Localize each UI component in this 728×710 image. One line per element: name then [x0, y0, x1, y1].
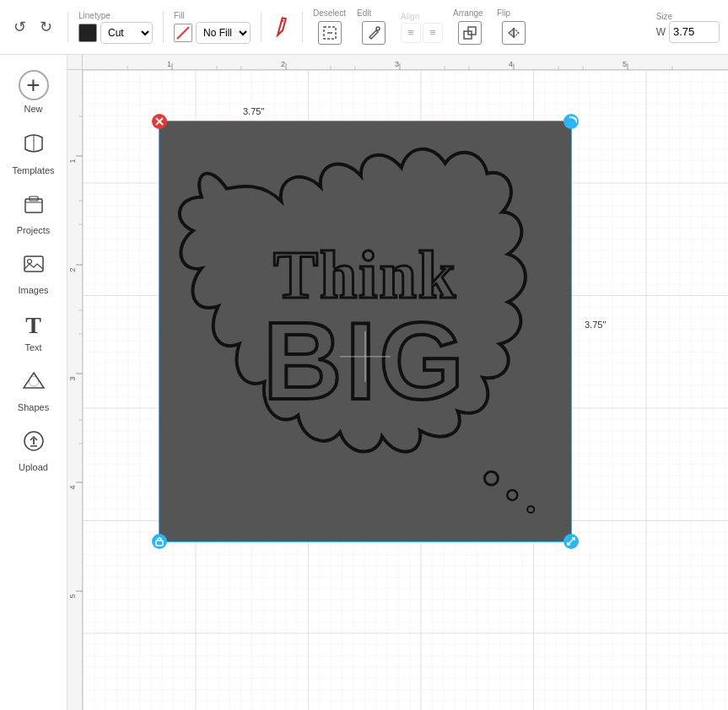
canvas-area[interactable]: 1 2 3 4 5	[67, 55, 728, 710]
main-area: + New Templates Projects	[0, 55, 728, 710]
sidebar-item-label-projects: Projects	[17, 225, 51, 235]
arrange-label: Arrange	[453, 8, 483, 18]
sidebar-item-label-upload: Upload	[19, 462, 48, 472]
svg-text:3: 3	[68, 376, 77, 380]
pen-icon-group	[272, 14, 292, 40]
grid-canvas[interactable]: 3.75" 3.75" Think BIG	[83, 70, 728, 710]
edit-label: Edit	[357, 8, 371, 18]
edit-icon	[362, 21, 386, 45]
sidebar-item-new[interactable]: + New	[3, 62, 64, 122]
sidebar-item-label-text: Text	[24, 342, 41, 352]
ruler-top-svg: 1 2 3 4 5	[83, 55, 728, 70]
projects-icon	[22, 192, 46, 222]
toolbar: ↺ ↻ Linetype Cut Draw Score Fill No Fill…	[0, 0, 728, 55]
align-group: Align ≡ ≡	[401, 12, 443, 43]
svg-rect-9	[24, 256, 43, 272]
deselect-label: Deselect	[313, 8, 346, 18]
svg-point-53	[507, 490, 517, 500]
fill-label: Fill	[174, 11, 185, 20]
arrange-button[interactable]	[453, 19, 487, 46]
flip-label: Flip	[497, 8, 510, 18]
handle-rotate[interactable]	[564, 114, 579, 129]
redo-button[interactable]: ↻	[35, 14, 57, 40]
arrange-icon	[458, 21, 482, 45]
sidebar-item-label-new: New	[24, 104, 42, 114]
flip-icon	[502, 21, 526, 45]
align-left-button[interactable]: ≡	[401, 23, 421, 43]
deselect-button[interactable]	[313, 19, 347, 46]
new-icon: +	[19, 70, 49, 100]
svg-point-54	[527, 506, 534, 513]
shapes-icon	[22, 369, 46, 399]
handle-close[interactable]	[152, 114, 167, 129]
ruler-corner	[67, 55, 83, 70]
sidebar-item-templates[interactable]: Templates	[3, 122, 64, 184]
flip-group: Flip	[497, 8, 531, 46]
linetype-select[interactable]: Cut Draw Score	[100, 22, 153, 44]
size-w-input[interactable]: 3.75	[669, 21, 720, 43]
svg-rect-61	[156, 541, 163, 546]
flip-button[interactable]	[497, 19, 531, 46]
handle-lock[interactable]	[152, 534, 167, 549]
svg-text:4: 4	[509, 60, 513, 68]
images-icon	[22, 252, 46, 282]
svg-text:3: 3	[395, 60, 399, 68]
sidebar-item-shapes[interactable]: Shapes	[3, 361, 64, 421]
sidebar-item-images[interactable]: Images	[3, 244, 64, 304]
svg-point-10	[27, 260, 31, 264]
separator-2	[163, 12, 164, 42]
upload-icon	[22, 429, 46, 459]
fill-group: Fill No Fill Fill	[174, 11, 251, 44]
ruler-left: 1 2 3 4 5	[67, 70, 83, 710]
align-buttons: ≡ ≡	[401, 23, 443, 43]
text-icon: T	[25, 312, 41, 339]
svg-text:5: 5	[623, 60, 627, 68]
sidebar-item-label-templates: Templates	[12, 165, 54, 175]
undo-button[interactable]: ↺	[8, 14, 31, 40]
separator-3	[261, 12, 262, 42]
separator-4	[302, 12, 303, 42]
svg-point-11	[29, 376, 39, 386]
svg-point-52	[484, 471, 498, 485]
svg-text:1: 1	[68, 159, 77, 163]
fill-row: No Fill Fill	[174, 22, 251, 44]
svg-line-0	[177, 27, 189, 39]
linetype-group: Linetype Cut Draw Score	[78, 11, 153, 44]
linetype-label: Linetype	[78, 11, 111, 20]
sidebar-item-upload[interactable]: Upload	[3, 421, 64, 481]
align-label: Align	[401, 12, 419, 21]
linetype-color-box[interactable]	[78, 24, 97, 42]
handle-scale[interactable]	[564, 534, 579, 549]
ruler-top: 1 2 3 4 5	[83, 55, 728, 70]
pen-icon	[267, 11, 297, 43]
design-artwork: Think BIG	[159, 121, 571, 541]
edit-group: Edit	[357, 8, 391, 46]
fill-color-box[interactable]	[174, 24, 192, 42]
svg-text:1: 1	[167, 60, 171, 68]
ruler-left-svg: 1 2 3 4 5	[67, 70, 83, 710]
templates-icon	[21, 131, 46, 162]
svg-text:5: 5	[68, 594, 77, 598]
size-w-label: W	[656, 26, 666, 38]
size-label: Size	[656, 12, 672, 21]
linetype-row: Cut Draw Score	[78, 22, 153, 44]
arrange-group: Arrange	[453, 8, 487, 46]
edit-button[interactable]	[357, 19, 391, 46]
fill-select[interactable]: No Fill Fill	[196, 22, 251, 44]
undo-redo-group: ↺ ↻	[8, 14, 57, 40]
sidebar-item-projects[interactable]: Projects	[3, 184, 64, 244]
sidebar-item-label-images: Images	[18, 285, 48, 295]
size-group: Size W 3.75	[656, 12, 720, 43]
design-container[interactable]: Think BIG	[159, 121, 572, 542]
sidebar-item-label-shapes: Shapes	[18, 402, 49, 412]
sidebar: + New Templates Projects	[0, 55, 67, 710]
deselect-icon	[318, 21, 342, 45]
svg-text:2: 2	[281, 60, 285, 68]
align-center-button[interactable]: ≡	[423, 23, 443, 43]
size-inputs: W 3.75	[656, 21, 720, 43]
separator-1	[67, 12, 68, 42]
svg-text:2: 2	[68, 267, 77, 272]
sidebar-item-text[interactable]: T Text	[3, 304, 64, 361]
svg-text:4: 4	[68, 485, 77, 489]
svg-point-3	[376, 27, 380, 30]
